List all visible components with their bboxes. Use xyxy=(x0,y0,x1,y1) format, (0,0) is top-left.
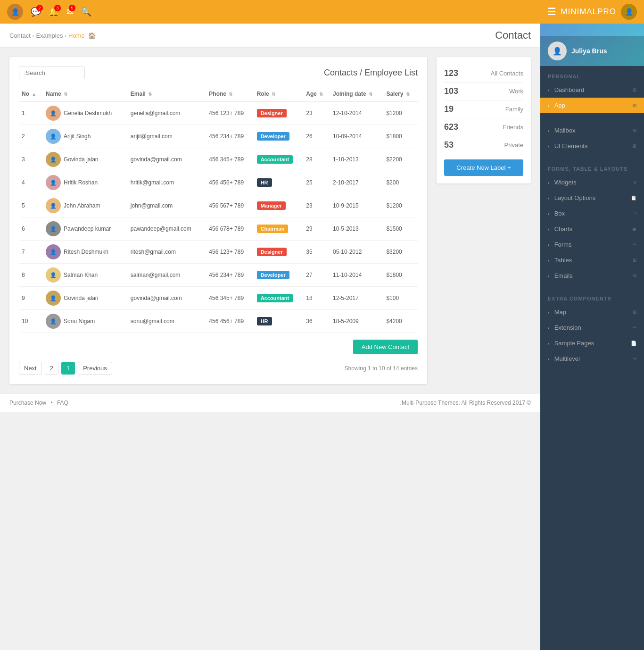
sidebar-section: ‹ Mailbox ✉ ‹ UI Elements 🖥 xyxy=(540,118,644,158)
cell-role: Manager xyxy=(254,194,304,217)
sidebar-item-icon: ✏ xyxy=(633,325,636,330)
contact-name: Salman Khan xyxy=(64,272,98,278)
sidebar-item-extension[interactable]: ‹ Extension ✏ xyxy=(540,320,644,335)
sidebar-item-dashboard[interactable]: ‹ Dashboard ⊞ xyxy=(540,82,644,98)
add-contact-button[interactable]: Add New Contact xyxy=(353,340,418,354)
contact-name: Sonu Nigam xyxy=(64,318,95,325)
cell-joining: 18-5-2009 xyxy=(330,310,383,333)
page-1-button[interactable]: 1 xyxy=(61,362,75,375)
sidebar-item-tables[interactable]: ‹ Tables ⊞ xyxy=(540,252,644,268)
search-icon[interactable]: 🔍 xyxy=(81,7,91,17)
cell-salary: $1200 xyxy=(383,101,418,125)
cell-email: salman@gmail.com xyxy=(128,264,206,287)
sidebar-item-layout-options[interactable]: ‹ Layout Options 📋 xyxy=(540,190,644,206)
sidebar-item-emails[interactable]: ‹ Emails ✉ xyxy=(540,268,644,283)
contact-avatar: 👤 xyxy=(46,152,61,167)
breadcrumb-home[interactable]: Home xyxy=(68,32,85,39)
cell-no: 9 xyxy=(19,287,43,310)
col-role[interactable]: Role ⇅ xyxy=(254,87,304,101)
avatar[interactable]: 👤 xyxy=(7,4,23,20)
sidebar-item-icon: 🖥 xyxy=(632,143,636,149)
contact-avatar: 👤 xyxy=(46,244,61,259)
sidebar-item-ui-elements[interactable]: ‹ UI Elements 🖥 xyxy=(540,138,644,154)
cell-role: Developer xyxy=(254,264,304,287)
cell-age: 25 xyxy=(303,171,330,194)
sidebar-item-sample-pages[interactable]: ‹ Sample Pages 📄 xyxy=(540,335,644,351)
brand-area: ☰ MINIMALPRO 👤 xyxy=(547,4,637,20)
contact-avatar: 👤 xyxy=(46,221,61,236)
stat-number: 123 xyxy=(444,68,458,78)
contact-stat: 123 All Contacts xyxy=(444,65,523,83)
breadcrumb-examples[interactable]: Examples xyxy=(36,32,63,39)
sidebar-item-charts[interactable]: ‹ Charts ◉ xyxy=(540,221,644,237)
sidebar-item-label: Emails xyxy=(554,272,573,279)
mail-icon[interactable]: ✉5 xyxy=(66,7,74,17)
sidebar-item-app[interactable]: ‹ App ⊞ xyxy=(540,98,644,113)
cell-email: hritik@gmail.com xyxy=(128,171,206,194)
contacts-card: 123 All Contacts 103 Work 19 Family 623 … xyxy=(437,57,531,183)
chevron-icon: ‹ xyxy=(548,143,550,149)
cell-name: 👤 Pawandeep kumar xyxy=(43,217,128,241)
cell-email: pawandeep@gmail.com xyxy=(128,217,206,241)
next-button[interactable]: Next xyxy=(19,362,42,375)
top-navigation: 👤 💬2 🔔3 ✉5 🔍 ☰ MINIMALPRO 👤 xyxy=(0,0,644,24)
contact-avatar: 👤 xyxy=(46,314,61,329)
col-joining[interactable]: Joining date ⇅ xyxy=(330,87,383,101)
sidebar-item-forms[interactable]: ‹ Forms ✏ xyxy=(540,237,644,252)
purchase-link[interactable]: Purchase Now xyxy=(9,400,46,406)
menu-icon[interactable]: ☰ xyxy=(547,6,556,17)
bell-icon[interactable]: 🔔3 xyxy=(49,7,59,17)
contact-stat: 19 Family xyxy=(444,100,523,118)
sidebar-item-label: Forms xyxy=(554,241,572,248)
contact-name: Govinda jalan xyxy=(64,295,98,301)
user-info: 👤 Juliya Brus xyxy=(540,36,644,66)
sidebar-item-box[interactable]: ‹ Box □ xyxy=(540,206,644,221)
sidebar-item-label: Dashboard xyxy=(554,86,585,93)
footer-separator: • xyxy=(50,400,52,406)
sidebar-item-multilevel[interactable]: ‹ Multilevel ↪ xyxy=(540,351,644,367)
sidebar-item-left: ‹ Widgets xyxy=(548,179,577,186)
cell-age: 23 xyxy=(303,194,330,217)
search-input[interactable] xyxy=(19,67,85,79)
sidebar-item-map[interactable]: ‹ Map ⊞ xyxy=(540,304,644,320)
role-badge: Designer xyxy=(257,248,287,256)
sidebar-item-icon: ◉ xyxy=(632,226,636,232)
page-2-button[interactable]: 2 xyxy=(45,362,58,375)
faq-link[interactable]: FAQ xyxy=(57,400,68,406)
chevron-icon: ‹ xyxy=(548,341,550,346)
user-name-sidebar: Juliya Brus xyxy=(571,47,607,55)
col-email[interactable]: Email ⇅ xyxy=(128,87,206,101)
col-no[interactable]: No ▲ xyxy=(19,87,43,101)
breadcrumb-contact[interactable]: Contact xyxy=(9,32,31,39)
sidebar-item-icon: ⊞ xyxy=(633,87,636,92)
user-avatar-top[interactable]: 👤 xyxy=(621,4,637,20)
cell-name: 👤 Ritesh Deshmukh xyxy=(43,241,128,264)
sidebar-item-label: Box xyxy=(554,210,565,217)
sidebar-item-mailbox[interactable]: ‹ Mailbox ✉ xyxy=(540,123,644,138)
table-row: 9 👤 Govinda jalan govinda@gmail.com 456 … xyxy=(19,287,418,310)
chevron-icon: ‹ xyxy=(548,180,550,185)
sidebar-item-widgets[interactable]: ‹ Widgets ≡ xyxy=(540,175,644,190)
chat-icon[interactable]: 💬2 xyxy=(31,7,41,17)
sidebar-item-label: Map xyxy=(554,308,566,316)
cell-joining: 10-09-2014 xyxy=(330,125,383,148)
col-salary[interactable]: Salery ⇅ xyxy=(383,87,418,101)
sidebar-item-label: Extension xyxy=(554,324,581,331)
contact-avatar: 👤 xyxy=(46,106,61,121)
previous-button[interactable]: Previous xyxy=(78,362,112,375)
table-row: 5 👤 John Abraham john@gmail.com 456 567+… xyxy=(19,194,418,217)
dark-sidebar: 👤 Juliya Brus PERSONAL ‹ Dashboard ⊞ ‹ A… xyxy=(540,24,644,650)
col-phone[interactable]: Phone ⇅ xyxy=(206,87,254,101)
brand-name: MINIMALPRO xyxy=(561,7,616,17)
sidebar-item-label: Charts xyxy=(554,225,572,233)
breadcrumb: Contact ‹ Examples ‹ Home 🏠 xyxy=(9,32,96,39)
chevron-icon: ‹ xyxy=(548,356,550,362)
stat-number: 53 xyxy=(444,140,454,150)
col-age[interactable]: Age ⇅ xyxy=(303,87,330,101)
chevron-icon: ‹ xyxy=(548,87,550,93)
col-name[interactable]: Name ⇅ xyxy=(43,87,128,101)
cell-no: 1 xyxy=(19,101,43,125)
create-label-button[interactable]: Create New Label + xyxy=(444,159,523,176)
sidebar-item-left: ‹ Box xyxy=(548,210,565,217)
cell-name: 👤 Govinda jalan xyxy=(43,148,128,171)
